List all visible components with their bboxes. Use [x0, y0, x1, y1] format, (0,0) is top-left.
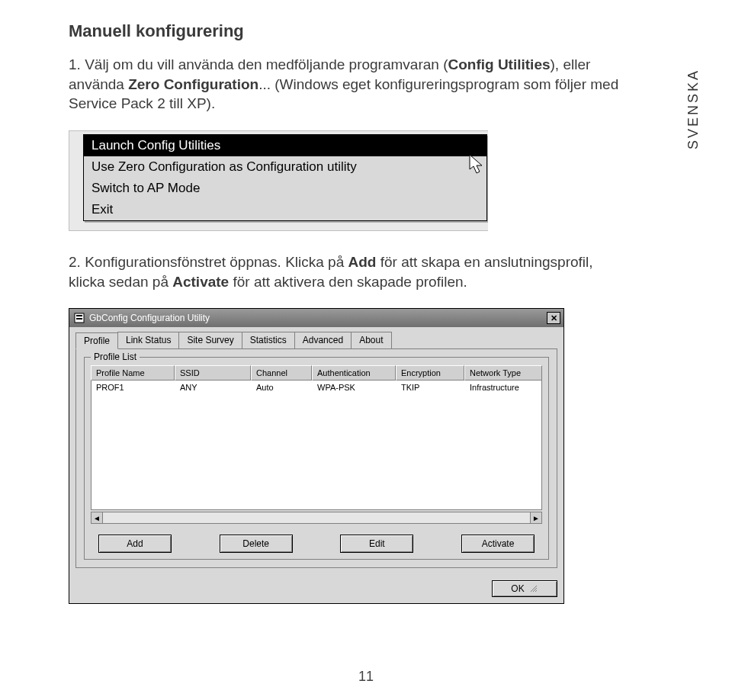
context-menu: Launch Config Utilities Use Zero Configu…	[83, 134, 487, 221]
group-label: Profile List	[91, 352, 140, 362]
ok-label: OK	[511, 583, 524, 594]
cell-ssid: ANY	[175, 381, 252, 394]
config-utility-window: GbConfig Configuration Utility ✕ Profile…	[69, 308, 564, 604]
tab-statistics[interactable]: Statistics	[242, 332, 295, 348]
titlebar: GbConfig Configuration Utility ✕	[69, 309, 563, 327]
col-channel[interactable]: Channel	[251, 365, 312, 381]
cell-channel: Auto	[252, 381, 313, 394]
ctx-item-zero-config[interactable]: Use Zero Configuration as Configuration …	[84, 156, 486, 178]
para1-bold-2: Zero Configuration	[128, 76, 258, 92]
para2-text-1: Konfigurationsfönstret öppnas. Klicka på	[85, 254, 348, 270]
tab-site-survey[interactable]: Site Survey	[178, 332, 242, 348]
cell-ntype: Infrastructure	[465, 381, 541, 394]
resize-grip-icon	[529, 584, 538, 593]
col-network-type[interactable]: Network Type	[464, 365, 542, 381]
ctx-item-exit[interactable]: Exit	[84, 199, 486, 220]
tab-link-status[interactable]: Link Status	[117, 332, 179, 348]
chevron-left-icon: ◄	[93, 514, 101, 522]
para1-bold-1: Config Utilities	[448, 56, 550, 72]
tab-profile[interactable]: Profile	[75, 332, 118, 349]
col-encryption[interactable]: Encryption	[396, 365, 464, 381]
ctx-item-launch[interactable]: Launch Config Utilities	[84, 135, 486, 156]
col-profile-name[interactable]: Profile Name	[91, 365, 175, 381]
tabs: Profile Link Status Site Survey Statisti…	[75, 332, 557, 349]
profile-list-header: Profile Name SSID Channel Authentication…	[91, 365, 542, 381]
activate-button[interactable]: Activate	[461, 535, 535, 553]
paragraph-2: 2. Konfigurationsfönstret öppnas. Klicka…	[69, 252, 633, 291]
button-row: Add Delete Edit Activate	[91, 535, 542, 553]
scroll-left-button[interactable]: ◄	[91, 512, 103, 524]
context-menu-screenshot: Launch Config Utilities Use Zero Configu…	[69, 130, 488, 231]
scroll-track[interactable]	[103, 512, 530, 524]
app-icon	[74, 313, 85, 323]
para1-number: 1.	[69, 56, 81, 72]
close-button[interactable]: ✕	[547, 312, 560, 324]
scroll-right-button[interactable]: ►	[530, 512, 542, 524]
para2-bold-1: Add	[348, 254, 377, 270]
para1-text-1: Välj om du vill använda den medföljande …	[85, 56, 448, 72]
para2-number: 2.	[69, 254, 81, 270]
ok-row: OK	[69, 574, 563, 603]
col-authentication[interactable]: Authentication	[312, 365, 396, 381]
ctx-item-ap-mode[interactable]: Switch to AP Mode	[84, 178, 486, 199]
svg-rect-2	[76, 315, 82, 316]
edit-button[interactable]: Edit	[340, 535, 413, 553]
add-button[interactable]: Add	[98, 535, 172, 553]
svg-rect-3	[76, 318, 82, 319]
profile-list-body[interactable]: PROF1 ANY Auto WPA-PSK TKIP Infrastructu…	[91, 381, 542, 510]
cell-profile-name: PROF1	[92, 381, 175, 394]
svg-line-6	[535, 590, 537, 592]
chevron-right-icon: ►	[532, 514, 540, 522]
paragraph-1: 1. Välj om du vill använda den medföljan…	[69, 55, 633, 114]
page-number: 11	[0, 669, 732, 685]
para2-text-3: för att aktivera den skapade profilen.	[229, 274, 467, 290]
language-side-label: SVENSKA	[685, 69, 702, 149]
cell-enc: TKIP	[396, 381, 465, 394]
col-ssid[interactable]: SSID	[175, 365, 251, 381]
page-title: Manuell konfigurering	[69, 21, 663, 41]
tab-about[interactable]: About	[351, 332, 391, 348]
cell-auth: WPA-PSK	[313, 381, 396, 394]
tab-pane: Profile List Profile Name SSID Channel A…	[75, 349, 557, 568]
delete-button[interactable]: Delete	[220, 535, 293, 553]
close-icon: ✕	[551, 313, 557, 323]
window-title: GbConfig Configuration Utility	[89, 313, 542, 323]
para2-bold-2: Activate	[172, 274, 229, 290]
ok-button[interactable]: OK	[492, 580, 557, 597]
horizontal-scrollbar[interactable]: ◄ ►	[91, 512, 542, 524]
table-row[interactable]: PROF1 ANY Auto WPA-PSK TKIP Infrastructu…	[92, 381, 541, 394]
tab-advanced[interactable]: Advanced	[294, 332, 352, 348]
profile-list-group: Profile List Profile Name SSID Channel A…	[84, 357, 549, 560]
